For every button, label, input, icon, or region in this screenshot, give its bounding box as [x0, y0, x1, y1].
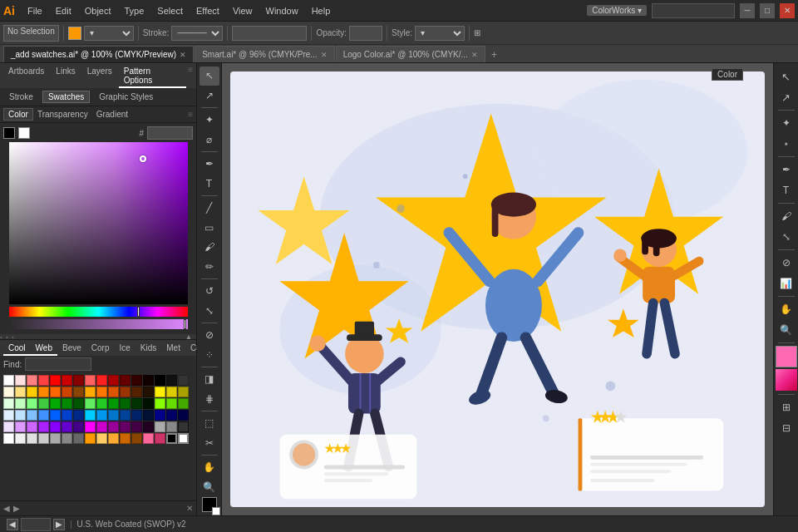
menu-view[interactable]: View [227, 4, 259, 17]
close-panel[interactable]: ✕ [186, 504, 193, 513]
swatch[interactable] [143, 421, 154, 432]
swatch[interactable] [73, 433, 84, 444]
direct-select-tool[interactable]: ↗ [200, 86, 219, 106]
swatch-ptab-cool[interactable]: Cool [3, 342, 31, 356]
rotate-tool[interactable]: ↺ [200, 282, 219, 301]
swatch[interactable] [62, 410, 72, 421]
swatch[interactable] [27, 398, 37, 409]
swatch[interactable] [155, 433, 165, 444]
swatch[interactable] [85, 421, 96, 432]
swatch[interactable] [143, 410, 154, 421]
swatch[interactable] [178, 375, 189, 386]
new-tab-button[interactable]: + [486, 47, 502, 62]
swatch[interactable] [166, 410, 177, 421]
swatch[interactable] [15, 433, 26, 444]
ptab-artboards[interactable]: Artboards [3, 65, 49, 88]
ctab-color[interactable]: Color [3, 108, 33, 121]
swatch[interactable] [38, 433, 49, 444]
swatch-ptab-corp[interactable]: Corp [86, 342, 115, 356]
swatch[interactable] [85, 398, 96, 409]
fill-dropdown[interactable]: ▾ [84, 26, 134, 41]
ctab-gradient[interactable]: Gradient [92, 109, 132, 120]
swatch[interactable] [62, 398, 72, 409]
right-zoom-tool[interactable]: 🔍 [776, 320, 796, 340]
right-transform-tool[interactable]: ⤡ [776, 227, 796, 247]
right-color-swatch-1[interactable] [776, 346, 797, 367]
swatch[interactable] [85, 433, 96, 444]
right-color-swatch-2[interactable] [776, 369, 797, 391]
menu-effect[interactable]: Effect [190, 4, 225, 17]
right-type-tool[interactable]: T [776, 180, 796, 200]
fill-indicator[interactable] [202, 497, 217, 512]
swatch-none[interactable] [178, 433, 189, 444]
swatch[interactable] [108, 387, 119, 397]
stab-stroke[interactable]: Stroke [3, 91, 39, 103]
swatch[interactable] [38, 375, 49, 386]
hand-tool[interactable]: ✋ [200, 458, 219, 477]
swatch[interactable] [3, 387, 14, 397]
swatch[interactable] [120, 433, 131, 444]
swatch[interactable] [50, 398, 61, 409]
swatch[interactable] [85, 375, 96, 386]
swatch[interactable] [178, 421, 189, 432]
stab-swatches[interactable]: Swatches [42, 91, 90, 103]
swatch[interactable] [38, 398, 49, 409]
shape-tool[interactable]: ▭ [200, 219, 219, 238]
swatch[interactable] [15, 421, 26, 432]
swatch[interactable] [155, 421, 165, 432]
panel-options[interactable]: ≡ [188, 65, 193, 88]
swatch[interactable] [131, 410, 142, 421]
slice-tool[interactable]: ✂ [200, 434, 219, 453]
swatch-ptab-kids[interactable]: Kids [135, 342, 161, 356]
swatch[interactable] [62, 375, 72, 386]
swatch-ptab-web[interactable]: Web [31, 342, 57, 356]
swatch[interactable] [73, 398, 84, 409]
paintbrush-tool[interactable]: 🖌 [200, 238, 219, 257]
swatch[interactable] [3, 398, 14, 409]
swatch[interactable] [143, 398, 154, 409]
eyedropper-tool[interactable]: ⊘ [200, 326, 219, 345]
next-button[interactable]: ▶ [13, 504, 20, 513]
blend-tool[interactable]: ⁘ [200, 346, 219, 365]
scale-tool[interactable]: ⤡ [200, 302, 219, 321]
stroke-dropdown[interactable]: ───── [171, 26, 223, 41]
tab-2[interactable]: Logo Color.ai* @ 100% (CMYK/... ✕ [336, 46, 485, 62]
swatch[interactable] [15, 375, 26, 386]
menu-edit[interactable]: Edit [50, 4, 77, 17]
swatch[interactable] [120, 387, 131, 397]
menu-file[interactable]: File [22, 4, 48, 17]
transparency-slider[interactable] [9, 319, 188, 329]
close-button[interactable]: ✕ [780, 3, 795, 18]
menu-help[interactable]: Help [306, 4, 337, 17]
swatch[interactable] [178, 398, 189, 409]
swatch-ptab-ice[interactable]: Ice [114, 342, 135, 356]
swatch[interactable] [27, 433, 37, 444]
swatch[interactable] [15, 387, 26, 397]
right-hand-tool[interactable]: ✋ [776, 299, 796, 319]
swatch[interactable] [50, 410, 61, 421]
menu-select[interactable]: Select [151, 4, 189, 17]
right-chart-tool[interactable]: 📊 [776, 273, 796, 293]
swatch[interactable] [166, 398, 177, 409]
magic-wand-tool[interactable]: ✦ [200, 111, 219, 130]
swatch[interactable] [96, 433, 107, 444]
swatch[interactable] [62, 387, 72, 397]
ptab-links[interactable]: Links [51, 65, 80, 88]
color-gradient-picker[interactable] [9, 142, 188, 304]
search-input[interactable] [652, 3, 735, 18]
swatch-ptab-met[interactable]: Met [161, 342, 185, 356]
swatch[interactable] [27, 410, 37, 421]
tab-1[interactable]: Smart.ai* @ 96% (CMYK/Pre... ✕ [195, 46, 335, 62]
fill-color-swatch[interactable] [68, 27, 81, 40]
swatch[interactable] [131, 421, 142, 432]
hex-input[interactable]: DE87FF [147, 126, 193, 140]
swatch[interactable] [155, 410, 165, 421]
swatch[interactable] [178, 387, 189, 397]
swatch[interactable] [38, 421, 49, 432]
swatch[interactable] [131, 433, 142, 444]
lasso-tool[interactable]: ⌀ [200, 131, 219, 150]
zoom-tool[interactable]: 🔍 [200, 478, 219, 497]
swatch[interactable] [85, 387, 96, 397]
swatch[interactable] [15, 398, 26, 409]
swatch[interactable] [131, 387, 142, 397]
